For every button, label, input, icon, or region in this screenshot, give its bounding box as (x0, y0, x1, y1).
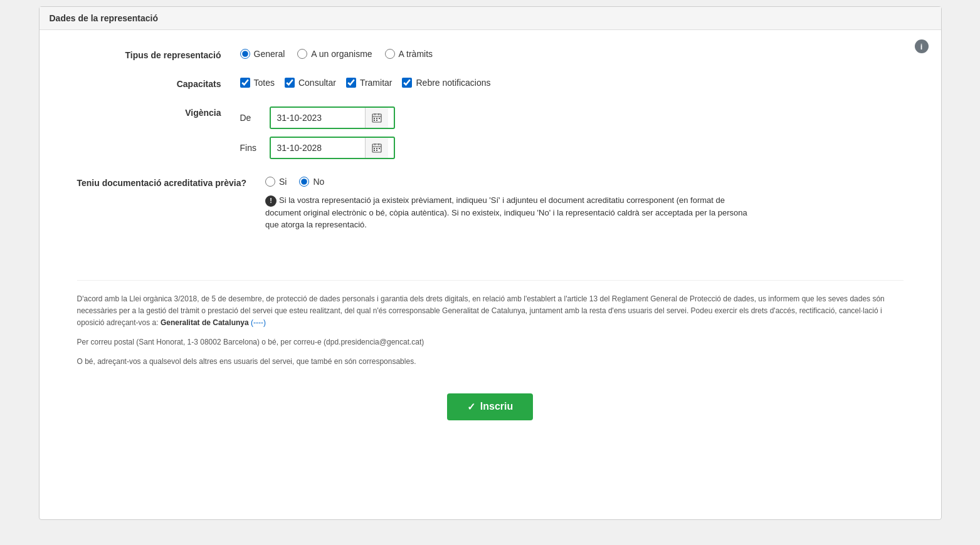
capacitats-row: Capacitats Totes Consultar Tramitar (77, 78, 904, 89)
vigencia-fins-wrapper (270, 137, 395, 159)
radio-organisme-input[interactable] (297, 49, 307, 59)
radio-tramits-input[interactable] (385, 49, 395, 59)
privacy-paragraph1: D'acord amb la Llei orgànica 3/2018, de … (77, 293, 904, 330)
vigencia-de-label: De (240, 113, 262, 123)
submit-label: Inscriu (480, 401, 513, 412)
checkbox-tramitar[interactable]: Tramitar (346, 78, 393, 88)
svg-rect-5 (376, 118, 377, 119)
radio-si[interactable]: Si (265, 177, 287, 187)
main-window: Dades de la representació i Tipus de rep… (39, 6, 942, 520)
checkbox-tramitar-label: Tramitar (360, 78, 393, 88)
radio-general[interactable]: General (240, 49, 285, 59)
tipus-row: Tipus de representació General A un orga… (77, 49, 904, 60)
radio-organisme[interactable]: A un organisme (297, 49, 372, 59)
radio-no[interactable]: No (299, 177, 324, 187)
tipus-label: Tipus de representació (77, 49, 240, 60)
svg-rect-14 (376, 148, 377, 149)
capacitats-checkbox-group: Totes Consultar Tramitar Rebre notificac… (240, 78, 904, 88)
tipus-controls: General A un organisme A tràmits (240, 49, 904, 59)
checkbox-consultar[interactable]: Consultar (285, 78, 336, 88)
window-title: Dades de la representació (40, 7, 941, 30)
checkbox-totes-input[interactable] (240, 78, 250, 88)
form-content: Tipus de representació General A un orga… (40, 30, 941, 267)
vigencia-fins-calendar-button[interactable] (365, 138, 388, 158)
svg-rect-7 (374, 120, 375, 121)
doc-info-text: !Si la vostra representació ja existeix … (265, 194, 754, 231)
vigencia-de-calendar-button[interactable] (365, 108, 388, 128)
checkbox-tramitar-input[interactable] (346, 78, 356, 88)
svg-rect-8 (376, 120, 377, 121)
capacitats-label: Capacitats (77, 78, 240, 89)
vigencia-fins-input[interactable] (271, 138, 365, 158)
radio-organisme-label: A un organisme (311, 49, 372, 59)
checkmark-icon: ✓ (467, 401, 475, 413)
privacy-paragraph2: Per correu postal (Sant Honorat, 1-3 080… (77, 336, 904, 348)
vigencia-controls: De (240, 106, 904, 159)
vigencia-label: Vigència (77, 106, 240, 118)
documentacio-label: Teniu documentació acreditativa prèvia? (77, 177, 265, 188)
privacy-paragraph3: O bé, adreçant-vos a qualsevol dels altr… (77, 356, 904, 368)
vigencia-de-input[interactable] (271, 108, 365, 128)
checkbox-rebre[interactable]: Rebre notificacions (402, 78, 490, 88)
radio-general-label: General (254, 49, 285, 59)
checkbox-totes-label: Totes (254, 78, 275, 88)
vigencia-fins-row: Fins (240, 137, 904, 159)
radio-tramits[interactable]: A tràmits (385, 49, 433, 59)
radio-si-label: Si (279, 177, 287, 187)
vigencia-de-wrapper (270, 106, 395, 129)
radio-si-input[interactable] (265, 177, 275, 187)
doc-info-text-content: Si la vostra representació ja existeix p… (265, 195, 747, 229)
submit-section: ✓ Inscriu (40, 381, 941, 439)
vigencia-row: Vigència De (77, 106, 904, 159)
doc-radio-group: Si No (265, 177, 904, 187)
checkbox-consultar-input[interactable] (285, 78, 295, 88)
documentacio-row: Teniu documentació acreditativa prèvia? … (77, 177, 904, 231)
info-icon[interactable]: i (915, 39, 929, 53)
radio-no-input[interactable] (299, 177, 309, 187)
submit-button[interactable]: ✓ Inscriu (447, 393, 533, 420)
vigencia-de-row: De (240, 106, 904, 129)
radio-no-label: No (313, 177, 324, 187)
svg-rect-4 (374, 118, 375, 119)
tipus-radio-group: General A un organisme A tràmits (240, 49, 904, 59)
privacy-link[interactable]: (----) (251, 318, 266, 327)
svg-rect-17 (376, 150, 377, 151)
radio-general-input[interactable] (240, 49, 250, 59)
svg-rect-16 (374, 150, 375, 151)
vigencia-fins-label: Fins (240, 143, 262, 153)
svg-rect-6 (379, 118, 380, 119)
checkbox-rebre-label: Rebre notificacions (416, 78, 490, 88)
calendar-icon (372, 113, 382, 123)
privacy-generalitat: Generalitat de Catalunya (161, 318, 249, 327)
svg-rect-13 (374, 148, 375, 149)
vigencia-group: De (240, 106, 904, 159)
privacy-section: D'acord amb la Llei orgànica 3/2018, de … (77, 280, 904, 368)
svg-rect-15 (379, 148, 380, 149)
documentacio-controls: Si No !Si la vostra representació ja exi… (265, 177, 904, 231)
checkbox-totes[interactable]: Totes (240, 78, 275, 88)
checkbox-rebre-input[interactable] (402, 78, 412, 88)
radio-tramits-label: A tràmits (399, 49, 433, 59)
checkbox-consultar-label: Consultar (298, 78, 336, 88)
doc-info-circle-icon: ! (265, 195, 277, 207)
calendar-icon-fins (372, 143, 382, 153)
capacitats-controls: Totes Consultar Tramitar Rebre notificac… (240, 78, 904, 88)
